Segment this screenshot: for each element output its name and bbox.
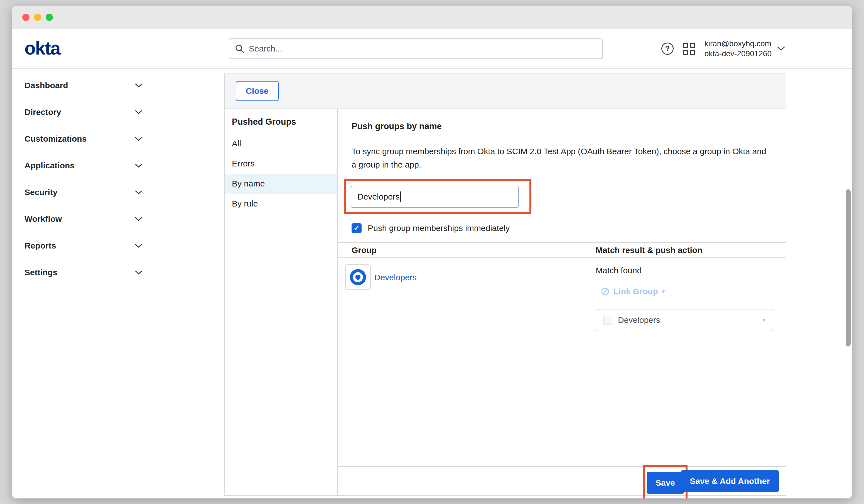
description-text: To sync group memberships from Okta to S…: [351, 145, 769, 171]
sidebar-item-dashboard[interactable]: Dashboard: [12, 72, 157, 99]
sidebar-item-directory[interactable]: Directory: [12, 99, 157, 125]
pushed-groups-subnav: Pushed Groups All Errors By name By rule: [225, 109, 338, 495]
select-caret-icon: ▾: [763, 316, 766, 324]
subnav-item-all[interactable]: All: [225, 134, 337, 154]
chevron-down-icon: [135, 190, 142, 194]
help-icon[interactable]: ?: [661, 43, 674, 55]
chevron-down-icon: [135, 164, 142, 168]
push-by-name-content: Push groups by name To sync group member…: [338, 109, 786, 495]
chevron-down-icon: [777, 47, 785, 51]
minimize-window-button[interactable]: [34, 14, 41, 21]
link-group-icon: [601, 287, 610, 296]
close-button[interactable]: Close: [236, 81, 279, 101]
subnav-item-by-rule[interactable]: By rule: [225, 194, 337, 214]
chevron-down-icon: [135, 84, 142, 88]
apps-grid-square: [683, 43, 688, 48]
push-immediately-row: ✓ Push group memberships immediately: [351, 223, 510, 233]
search-icon: [235, 44, 244, 53]
group-logo-icon: [350, 269, 366, 285]
search-box[interactable]: [229, 38, 603, 59]
app-body: Dashboard Directory Customizations Appli…: [12, 69, 852, 498]
push-groups-panel: Close Pushed Groups All Errors By name B…: [224, 73, 786, 496]
browser-window: okta ? kiran@boxyhq.com okta-dev-2090126…: [12, 5, 852, 499]
apps-grid-square: [690, 43, 695, 48]
main-area: Close Pushed Groups All Errors By name B…: [157, 69, 852, 498]
search-input[interactable]: [249, 44, 597, 53]
push-immediately-label: Push group memberships immediately: [368, 224, 510, 233]
group-match-select[interactable]: Developers ▾: [596, 309, 773, 331]
link-group-label: Link Group: [613, 287, 658, 296]
chevron-down-icon: [135, 137, 142, 141]
panel-footer: Save Save & Add Another: [338, 466, 786, 495]
subnav-title: Pushed Groups: [225, 117, 337, 127]
panel-body: Pushed Groups All Errors By name By rule…: [225, 109, 786, 495]
account-email: kiran@boxyhq.com: [705, 39, 771, 49]
match-status-text: Match found: [596, 266, 641, 275]
groups-table-header: Group Match result & push action: [338, 242, 786, 258]
annotation-box-input: Developers: [344, 179, 531, 214]
group-name-input[interactable]: Developers: [351, 185, 519, 208]
column-header-group: Group: [351, 245, 376, 255]
sidebar-item-security[interactable]: Security: [12, 179, 157, 206]
save-add-another-button[interactable]: Save & Add Another: [681, 470, 779, 492]
group-avatar: [345, 264, 371, 290]
dropdown-caret-icon: ▾: [662, 288, 665, 295]
sidebar-item-reports[interactable]: Reports: [12, 232, 157, 259]
group-table-row: Developers Match found Link Group ▾: [338, 258, 786, 337]
app-header: okta ? kiran@boxyhq.com okta-dev-2090126…: [12, 29, 852, 69]
push-immediately-checkbox[interactable]: ✓: [351, 223, 362, 233]
sidebar-item-applications[interactable]: Applications: [12, 152, 157, 179]
chevron-down-icon: [135, 217, 142, 221]
sidebar-item-customizations[interactable]: Customizations: [12, 125, 157, 152]
chevron-down-icon: [135, 271, 142, 275]
chevron-down-icon: [135, 244, 142, 248]
apps-grid-icon[interactable]: [683, 43, 695, 55]
account-menu[interactable]: kiran@boxyhq.com okta-dev-20901260: [705, 39, 785, 59]
group-name-link[interactable]: Developers: [374, 273, 417, 282]
sidebar: Dashboard Directory Customizations Appli…: [12, 69, 157, 498]
zoom-window-button[interactable]: [46, 14, 53, 21]
text-cursor: [400, 191, 401, 202]
header-actions: ? kiran@boxyhq.com okta-dev-20901260: [661, 29, 785, 68]
page-title: Push groups by name: [351, 121, 442, 131]
subnav-item-errors[interactable]: Errors: [225, 154, 337, 174]
panel-toolbar: Close: [225, 73, 786, 109]
vertical-scrollbar[interactable]: [845, 189, 851, 347]
sidebar-item-workflow[interactable]: Workflow: [12, 206, 157, 232]
window-titlebar: [12, 5, 852, 29]
close-window-button[interactable]: [22, 14, 29, 21]
link-group-dropdown[interactable]: Link Group ▾: [601, 287, 665, 296]
subnav-item-by-name[interactable]: By name: [225, 174, 337, 194]
group-name-input-value: Developers: [357, 192, 400, 202]
okta-logo[interactable]: okta: [24, 38, 60, 59]
save-button[interactable]: Save: [647, 472, 684, 494]
column-header-match: Match result & push action: [596, 245, 702, 255]
account-org: okta-dev-20901260: [705, 49, 771, 59]
select-group-icon: [603, 315, 612, 324]
chevron-down-icon: [135, 110, 142, 115]
select-value: Developers: [618, 315, 660, 325]
apps-grid-square: [683, 50, 688, 55]
apps-grid-square: [690, 50, 695, 55]
account-info: kiran@boxyhq.com okta-dev-20901260: [705, 39, 771, 59]
sidebar-item-settings[interactable]: Settings: [12, 259, 157, 286]
